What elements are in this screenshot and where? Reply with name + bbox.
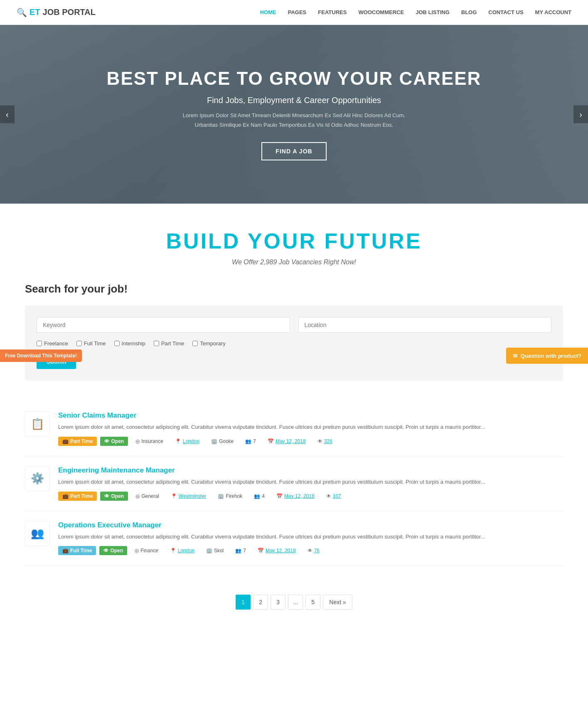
nav-blog[interactable]: BLOG: [461, 9, 477, 15]
carousel-prev-button[interactable]: ‹: [0, 106, 15, 123]
build-title: BUILD YOUR FUTURE: [17, 229, 571, 253]
build-subtitle: We Offer 2,989 Job Vacancies Right Now!: [17, 258, 571, 266]
job-logo-1: 📋: [25, 411, 50, 436]
views-icon-3: 👁: [308, 548, 312, 554]
filter-full-time[interactable]: Full Time: [76, 340, 106, 347]
nav-contact-us[interactable]: CONTACT US: [488, 9, 523, 15]
job-status-tag-2: 👁 Open: [100, 492, 128, 501]
page-btn-3[interactable]: 3: [271, 595, 285, 610]
job-logo-2: ⚙️: [25, 466, 50, 491]
job-location-1: 📍 London: [171, 437, 204, 446]
eye-icon-2: 👁: [104, 493, 109, 499]
email-icon: ✉: [513, 352, 517, 359]
job-body-3: Operations Executive Manager Lorem ipsum…: [58, 521, 563, 556]
logo[interactable]: 🔍 ET JOB PORTAL: [17, 7, 96, 17]
main-nav: 🔍 ET JOB PORTAL HOME PAGES FEATURES WOOC…: [0, 0, 588, 25]
job-desc-3: Lorem ipsum dolor sit amet, consectetur …: [58, 533, 563, 541]
hero-content: BEST PLACE TO GROW YOUR CAREER Find Jobs…: [90, 68, 498, 160]
job-views-1: 👁 326: [313, 437, 337, 446]
eye-icon-3: 👁: [103, 548, 108, 554]
job-title-3[interactable]: Operations Executive Manager: [58, 521, 563, 529]
briefcase-icon-2: 💼: [62, 493, 69, 499]
nav-woocommerce[interactable]: WOOCOMMERCE: [358, 9, 404, 15]
job-industry-3: ◎ Finance: [130, 546, 162, 555]
job-applicants-1: 👥 7: [241, 437, 260, 446]
page-btn-1[interactable]: 1: [236, 595, 251, 610]
job-card: 📋 Senior Claims Manager Lorem ipsum dolo…: [25, 401, 563, 456]
job-industry-1: ◎ Insurance: [131, 437, 167, 446]
job-type-tag-2: 💼 Part Time: [58, 492, 97, 501]
circle-icon-2: ◎: [135, 493, 140, 499]
job-logo-3: 👥: [25, 521, 50, 546]
filter-part-time[interactable]: Part Time: [154, 340, 185, 347]
briefcase-icon-3: 💼: [62, 548, 69, 554]
pagination-next-button[interactable]: Next »: [323, 595, 352, 610]
job-applicants-2: 👥 4: [250, 492, 269, 501]
checkbox-freelance[interactable]: [37, 341, 42, 346]
views-icon-1: 👁: [317, 438, 322, 444]
people-icon-1: 👥: [245, 438, 251, 444]
nav-my-account[interactable]: MY ACCOUNT: [535, 9, 571, 15]
job-company-2: 🏢 Firehok: [214, 492, 246, 501]
job-tags-1: 💼 Part Time 👁 Open ◎ Insurance 📍 London …: [58, 437, 563, 446]
page-btn-dots[interactable]: ...: [288, 595, 303, 610]
job-body-1: Senior Claims Manager Lorem ipsum dolor …: [58, 411, 563, 446]
job-title-2[interactable]: Engineering Maintenance Manager: [58, 466, 563, 475]
nav-job-listing[interactable]: JOB LISTING: [416, 9, 450, 15]
pagination: 1 2 3 ... 5 Next »: [0, 582, 588, 630]
free-download-banner[interactable]: Free Download This Template!: [0, 349, 82, 362]
hero-section: ‹ › BEST PLACE TO GROW YOUR CAREER Find …: [0, 25, 588, 204]
nav-pages[interactable]: PAGES: [288, 9, 307, 15]
location-icon-2: 📍: [171, 493, 177, 499]
job-tags-2: 💼 Part Time 👁 Open ◎ General 📍 Westminst…: [58, 492, 563, 501]
job-date-1: 📅 May 12, 2018: [263, 437, 310, 446]
filter-temporary[interactable]: Temporary: [192, 340, 225, 347]
checkbox-internship[interactable]: [114, 341, 120, 346]
nav-links: HOME PAGES FEATURES WOOCOMMERCE JOB LIST…: [260, 9, 571, 15]
company-icon-1: 🏢: [211, 438, 217, 444]
hero-desc: Lorem Ipsum Dolor Sit Amet Timeam Deleni…: [107, 111, 482, 129]
search-box: Freelance Full Time Internship Part Time…: [25, 305, 563, 381]
job-industry-2: ◎ General: [131, 492, 163, 501]
company-icon-3: 🏢: [206, 548, 212, 554]
checkbox-full-time[interactable]: [76, 341, 82, 346]
job-company-3: 🏢 Skol: [202, 546, 228, 555]
job-date-3: 📅 May 12, 2018: [253, 546, 300, 555]
job-tags-3: 💼 Full Time 👁 Open ◎ Finance 📍 London 🏢: [58, 546, 563, 555]
search-filter-checkboxes: Freelance Full Time Internship Part Time…: [37, 340, 551, 347]
logo-search-icon: 🔍: [17, 7, 27, 17]
find-a-job-button[interactable]: FIND A JOB: [261, 142, 326, 160]
page-btn-5[interactable]: 5: [305, 595, 320, 610]
job-company-1: 🏢 Gooke: [207, 437, 238, 446]
filter-internship[interactable]: Internship: [114, 340, 145, 347]
job-views-3: 👁 76: [303, 546, 324, 555]
location-input[interactable]: [298, 317, 552, 333]
job-location-2: 📍 Westminster: [167, 492, 210, 501]
carousel-next-button[interactable]: ›: [573, 106, 588, 123]
keyword-input[interactable]: [37, 317, 290, 333]
logo-et: ET: [30, 7, 40, 17]
calendar-icon-3: 📅: [258, 548, 264, 554]
page-btn-2[interactable]: 2: [253, 595, 268, 610]
hero-subtitle: Find Jobs, Employment & Career Opportuni…: [107, 96, 482, 105]
job-list: 📋 Senior Claims Manager Lorem ipsum dolo…: [0, 397, 588, 582]
search-heading: Search for your job!: [25, 283, 563, 295]
views-icon-2: 👁: [326, 493, 331, 499]
job-applicants-3: 👥 7: [231, 546, 250, 555]
job-status-tag-1: 👁 Open: [100, 437, 128, 446]
question-product-button[interactable]: ✉ Question with product?: [506, 347, 588, 364]
job-type-tag-3: 💼 Full Time: [58, 546, 96, 555]
calendar-icon-1: 📅: [268, 438, 274, 444]
filter-freelance[interactable]: Freelance: [37, 340, 68, 347]
nav-home[interactable]: HOME: [260, 9, 276, 15]
nav-features[interactable]: FEATURES: [318, 9, 347, 15]
job-date-2: 📅 May 12, 2018: [272, 492, 319, 501]
job-card: 👥 Operations Executive Manager Lorem ips…: [25, 511, 563, 566]
circle-icon-3: ◎: [135, 548, 139, 554]
job-title-1[interactable]: Senior Claims Manager: [58, 411, 563, 420]
calendar-icon-2: 📅: [276, 493, 283, 499]
company-icon-2: 🏢: [218, 493, 224, 499]
checkbox-temporary[interactable]: [192, 341, 198, 346]
checkbox-part-time[interactable]: [154, 341, 159, 346]
job-card: ⚙️ Engineering Maintenance Manager Lorem…: [25, 456, 563, 511]
